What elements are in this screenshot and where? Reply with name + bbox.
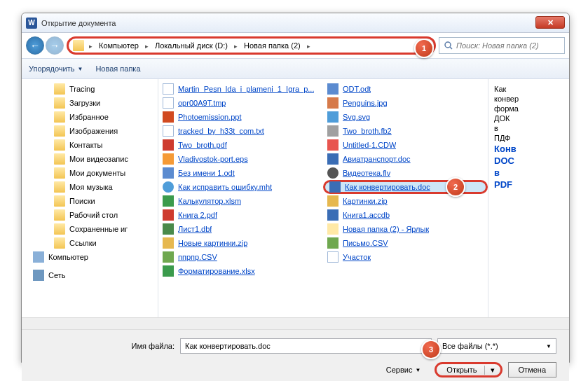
horizontal-scrollbar[interactable] (22, 317, 569, 329)
annotation-badge-2: 2 (446, 177, 465, 197)
file-icon (163, 153, 174, 165)
file-icon (163, 181, 174, 193)
search-box[interactable] (439, 37, 565, 54)
file-item[interactable]: Two_broth.fb2 (323, 124, 488, 138)
folder-icon (54, 97, 65, 109)
file-item[interactable]: ODT.odt (323, 82, 488, 96)
file-icon (163, 125, 174, 137)
file-item[interactable]: Новые картинки.zip (158, 236, 323, 250)
file-item[interactable]: tracked_by_h33t_com.txt (158, 124, 323, 138)
sidebar-item[interactable]: Tracing (22, 82, 158, 96)
breadcrumb[interactable]: Компьютер Локальный диск (D:) Новая папк… (67, 36, 436, 55)
file-icon (163, 167, 174, 179)
preview-line: PDF (494, 179, 545, 190)
file-item[interactable]: Photoemission.ppt (158, 110, 323, 124)
sidebar-network[interactable]: Сеть (22, 268, 158, 282)
folder-icon (54, 195, 65, 207)
new-folder-button[interactable]: Новая папка (95, 64, 140, 73)
organize-menu[interactable]: Упорядочить ▼ (29, 64, 83, 73)
file-icon (327, 237, 339, 249)
file-icon (163, 223, 174, 235)
dialog-title: Открытие документа (41, 19, 116, 27)
file-icon (327, 209, 339, 221)
file-item[interactable]: Участок (323, 250, 488, 264)
body-area: TracingЗагрузкиИзбранноеИзображенияКонта… (22, 79, 569, 317)
back-button[interactable]: ← (26, 36, 44, 55)
navigation-sidebar: TracingЗагрузкиИзбранноеИзображенияКонта… (22, 79, 158, 317)
sidebar-computer[interactable]: Компьютер (22, 250, 158, 264)
folder-icon (54, 223, 65, 235)
file-item[interactable]: Письмо.CSV (323, 236, 488, 250)
breadcrumb-item[interactable]: Новая папка (2) (242, 41, 302, 50)
file-item[interactable]: Калькулятор.xlsm (158, 194, 323, 208)
folder-icon (73, 40, 84, 51)
file-icon (327, 195, 339, 207)
file-item[interactable]: ппрпр.CSV (158, 250, 323, 264)
file-item[interactable]: Книга 2.pdf (158, 208, 323, 222)
file-item[interactable]: Как исправить ошибку.mht (158, 180, 323, 194)
file-item[interactable]: Новая папка (2) - Ярлык (323, 222, 488, 236)
folder-icon (54, 111, 65, 123)
preview-line: ДОК (494, 114, 545, 123)
preview-pane: КакконверформаДОКвПДФКонвDOCвPDF (488, 79, 551, 317)
search-input[interactable] (456, 41, 560, 50)
folder-icon (54, 83, 65, 95)
file-item[interactable]: opr00A9T.tmp (158, 96, 323, 110)
network-icon (33, 270, 44, 281)
file-item[interactable]: Penguins.jpg (323, 96, 488, 110)
sidebar-item[interactable]: Мои документы (22, 166, 158, 180)
file-item[interactable]: Авиатранспорт.doc (323, 152, 488, 166)
file-item[interactable]: Svg.svg (323, 110, 488, 124)
file-item[interactable]: Видеотека.flv (323, 166, 488, 180)
file-filter-select[interactable]: Все файлы (*.*)▼ (437, 338, 556, 354)
file-item[interactable]: Картинки.zip (323, 194, 488, 208)
file-item[interactable]: Форматирование.xlsx (158, 264, 323, 278)
sidebar-item[interactable]: Моя музыка (22, 180, 158, 194)
folder-icon (54, 125, 65, 137)
folder-icon (54, 209, 65, 221)
file-list: Martin_Pesn_lda_i_plameni_1_Igra_p...opr… (158, 79, 569, 317)
forward-button[interactable]: → (46, 36, 64, 55)
file-icon (327, 125, 339, 137)
file-icon (327, 97, 339, 109)
file-item[interactable]: Untitled-1.CDW (323, 138, 488, 152)
filename-input[interactable] (180, 338, 432, 354)
close-button[interactable]: ✕ (535, 16, 565, 29)
sidebar-item[interactable]: Изображения (22, 124, 158, 138)
svg-point-0 (445, 42, 451, 48)
cancel-button[interactable]: Отмена (508, 362, 556, 377)
preview-line: форма (494, 104, 545, 113)
word-icon: W (26, 18, 37, 29)
file-icon (327, 139, 339, 151)
file-icon (327, 167, 339, 179)
preview-line: Конв (494, 144, 545, 154)
file-item[interactable]: Книга1.accdb (323, 208, 488, 222)
file-icon (327, 83, 339, 95)
file-item[interactable]: Vladivostok-port.eps (158, 152, 323, 166)
sidebar-item[interactable]: Избранное (22, 110, 158, 124)
sidebar-item[interactable]: Мои видеозапис (22, 152, 158, 166)
file-icon (163, 111, 174, 123)
file-icon (163, 209, 174, 221)
file-icon (329, 181, 341, 193)
sidebar-item[interactable]: Загрузки (22, 96, 158, 110)
sidebar-item[interactable]: Контакты (22, 138, 158, 152)
open-file-dialog: W Открытие документа ✕ ← → Компьютер Лок… (21, 13, 570, 363)
sidebar-item[interactable]: Ссылки (22, 236, 158, 250)
preview-line: DOC (494, 155, 545, 166)
file-item[interactable]: Лист1.dbf (158, 222, 323, 236)
tools-menu[interactable]: Сервис ▼ (386, 366, 421, 374)
file-item[interactable]: Two_broth.pdf (158, 138, 323, 152)
preview-line: в (494, 167, 545, 178)
open-button[interactable]: Открыть (435, 362, 502, 377)
file-item[interactable]: Martin_Pesn_lda_i_plameni_1_Igra_p... (158, 82, 323, 96)
file-icon (163, 195, 174, 207)
breadcrumb-item[interactable]: Компьютер (97, 41, 140, 50)
breadcrumb-item[interactable]: Локальный диск (D:) (153, 41, 229, 50)
file-icon (163, 97, 174, 109)
sidebar-item[interactable]: Рабочий стол (22, 208, 158, 222)
folder-icon (54, 139, 65, 151)
sidebar-item[interactable]: Поиски (22, 194, 158, 208)
sidebar-item[interactable]: Сохраненные иг (22, 222, 158, 236)
file-item[interactable]: Без имени 1.odt (158, 166, 323, 180)
